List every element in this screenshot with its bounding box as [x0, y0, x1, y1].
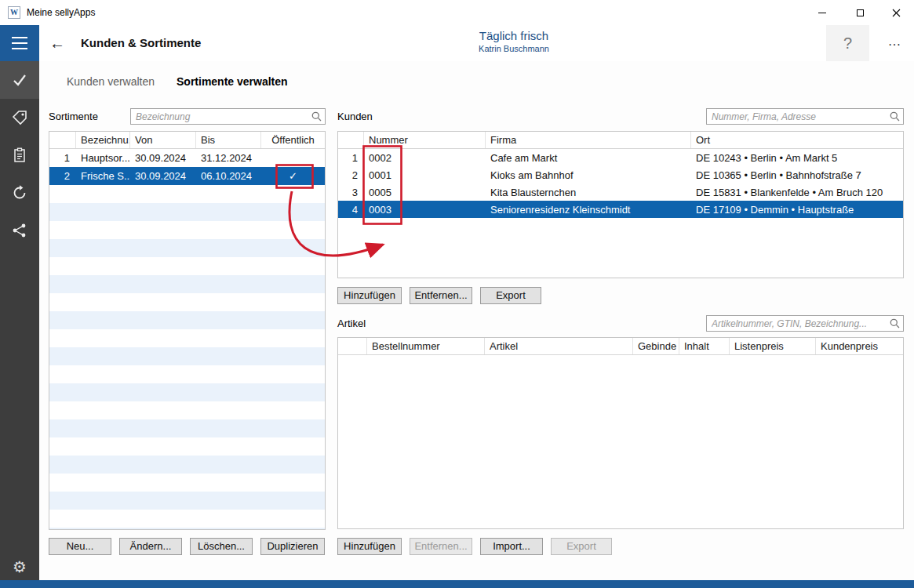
col-nummer[interactable]: Nummer: [364, 132, 486, 148]
sortimente-table-header: Bezeichnu... Von Bis Öffentlich: [49, 132, 325, 149]
col-artikel[interactable]: Artikel: [485, 338, 633, 354]
table-row-selected[interactable]: 2 Frische S... 30.09.2024 06.10.2024 ✓: [49, 167, 325, 185]
sortimente-search-input[interactable]: [130, 108, 326, 125]
sortimente-table: Bezeichnu... Von Bis Öffentlich 1 Haupts…: [49, 131, 326, 530]
col-listenpreis[interactable]: Listenpreis: [730, 338, 816, 354]
close-icon: [892, 9, 901, 17]
title-bar: W Meine sellyApps: [0, 0, 914, 25]
row-number: 2: [338, 169, 364, 181]
search-icon: [311, 111, 322, 122]
row-number: 1: [338, 152, 364, 164]
network-icon: [12, 223, 27, 238]
table-row-selected[interactable]: 4 0003 Seniorenresidenz Kleinschmidt DE …: [338, 201, 903, 218]
artikel-table-header: Bestellnummer Artikel Gebinde Inhalt Lis…: [338, 338, 903, 355]
window-title: Meine sellyApps: [27, 7, 95, 18]
kunden-search: [706, 108, 904, 125]
sidebar-item-share[interactable]: [0, 212, 39, 249]
col-bestellnummer[interactable]: Bestellnummer: [367, 338, 485, 354]
cell-firma: Cafe am Markt: [486, 152, 691, 164]
sync-icon: [11, 184, 28, 201]
sortimente-table-body: 1 Hauptsor... 30.09.2024 31.12.2024 2 Fr…: [49, 149, 325, 529]
cell-ort: DE 10243 • Berlin • Am Markt 5: [691, 152, 903, 164]
more-button[interactable]: …: [876, 25, 913, 61]
cell-bis: 06.10.2024: [196, 170, 261, 182]
cell-von: 30.09.2024: [130, 152, 196, 164]
col-bezeichnung[interactable]: Bezeichnu...: [76, 132, 130, 148]
kunden-label: Kunden: [337, 111, 373, 122]
col-inhalt[interactable]: Inhalt: [679, 338, 730, 354]
maximize-icon: [857, 9, 864, 16]
col-gebinde[interactable]: Gebinde: [633, 338, 679, 354]
row-number: 3: [338, 187, 364, 198]
table-row[interactable]: 3 0005 Kita Blausternchen DE 15831 • Bla…: [338, 183, 903, 201]
gear-icon: ⚙: [13, 557, 27, 576]
menu-button[interactable]: [0, 25, 39, 61]
cell-nummer: 0001: [364, 169, 486, 181]
cell-bezeichnung: Hauptsor...: [76, 152, 130, 164]
app-window: W Meine sellyApps ← Kunden & Sortimente …: [0, 0, 914, 588]
col-rownum[interactable]: [338, 338, 367, 354]
col-oeffentlich[interactable]: Öffentlich: [261, 132, 325, 148]
cell-firma: Seniorenresidenz Kleinschmidt: [486, 204, 691, 216]
kunden-table-header: Nummer Firma Ort: [338, 132, 903, 149]
artikel-table: Bestellnummer Artikel Gebinde Inhalt Lis…: [337, 337, 904, 529]
sortimente-search: [130, 108, 326, 125]
search-icon: [890, 111, 900, 122]
check-icon: [11, 71, 28, 89]
settings-button[interactable]: ⚙: [0, 553, 39, 580]
sidebar-item-sync[interactable]: [0, 174, 39, 212]
artikel-export-button: Export: [551, 538, 612, 555]
col-rownum[interactable]: [49, 132, 76, 148]
account-block: Täglich frisch Katrin Buschmann: [357, 29, 671, 53]
cell-nummer: 0003: [364, 204, 486, 216]
duplizieren-button[interactable]: Duplizieren: [260, 538, 325, 555]
tab-kunden-verwalten[interactable]: Kunden verwalten: [67, 75, 155, 88]
kunden-export-button[interactable]: Export: [480, 287, 541, 304]
sidebar-item-tasks[interactable]: [0, 61, 39, 99]
col-bis[interactable]: Bis: [196, 132, 261, 148]
cell-von: 30.09.2024: [130, 170, 196, 182]
table-row[interactable]: 1 Hauptsor... 30.09.2024 31.12.2024: [49, 149, 325, 167]
col-kundenpreis[interactable]: Kundenpreis: [816, 338, 903, 354]
maximize-button[interactable]: [842, 0, 878, 25]
cell-oeffentlich-check[interactable]: ✓: [261, 170, 325, 182]
kunden-table: Nummer Firma Ort 1 0002 Cafe am Markt DE…: [337, 131, 904, 278]
aendern-button[interactable]: Ändern...: [119, 538, 182, 555]
neu-button[interactable]: Neu...: [49, 538, 111, 555]
sidebar-item-assortments[interactable]: [0, 99, 39, 136]
cell-bis: 31.12.2024: [196, 152, 261, 164]
cell-ort: DE 17109 • Demmin • Hauptstraße: [691, 204, 903, 216]
sidebar-item-orders[interactable]: [0, 136, 39, 174]
minimize-button[interactable]: [804, 0, 840, 25]
cell-bezeichnung: Frische S...: [76, 170, 130, 182]
row-number: 1: [49, 152, 76, 164]
artikel-import-button[interactable]: Import...: [480, 538, 543, 555]
artikel-search-input[interactable]: [706, 315, 904, 332]
loeschen-button[interactable]: Löschen...: [190, 538, 253, 555]
col-ort[interactable]: Ort: [691, 132, 903, 148]
row-number: 2: [49, 170, 76, 182]
bottom-accent-bar: [0, 580, 914, 588]
kunden-hinzufuegen-button[interactable]: Hinzufügen: [337, 287, 402, 304]
cell-nummer: 0002: [364, 152, 486, 164]
close-button[interactable]: [878, 0, 914, 25]
kunden-entfernen-button[interactable]: Entfernen...: [410, 287, 472, 304]
price-tag-icon: [12, 110, 27, 125]
company-name: Täglich frisch: [357, 29, 671, 42]
col-firma[interactable]: Firma: [486, 132, 691, 148]
help-button[interactable]: ?: [826, 25, 869, 61]
sortimente-label: Sortimente: [49, 111, 98, 122]
app-logo-icon: W: [8, 6, 20, 19]
artikel-hinzufuegen-button[interactable]: Hinzufügen: [337, 538, 402, 555]
col-rownum[interactable]: [338, 132, 364, 148]
cell-ort: DE 15831 • Blankenfelde • Am Bruch 120: [691, 187, 903, 198]
kunden-search-input[interactable]: [706, 108, 904, 125]
back-button[interactable]: ←: [46, 33, 69, 53]
col-von[interactable]: Von: [130, 132, 196, 148]
artikel-label: Artikel: [337, 318, 366, 329]
table-row[interactable]: 1 0002 Cafe am Markt DE 10243 • Berlin •…: [338, 149, 903, 166]
tab-sortimente-verwalten[interactable]: Sortimente verwalten: [177, 75, 288, 88]
clipboard-icon: [12, 147, 27, 163]
cell-nummer: 0005: [364, 187, 486, 198]
table-row[interactable]: 2 0001 Kioks am Bahnhof DE 10365 • Berli…: [338, 166, 903, 183]
